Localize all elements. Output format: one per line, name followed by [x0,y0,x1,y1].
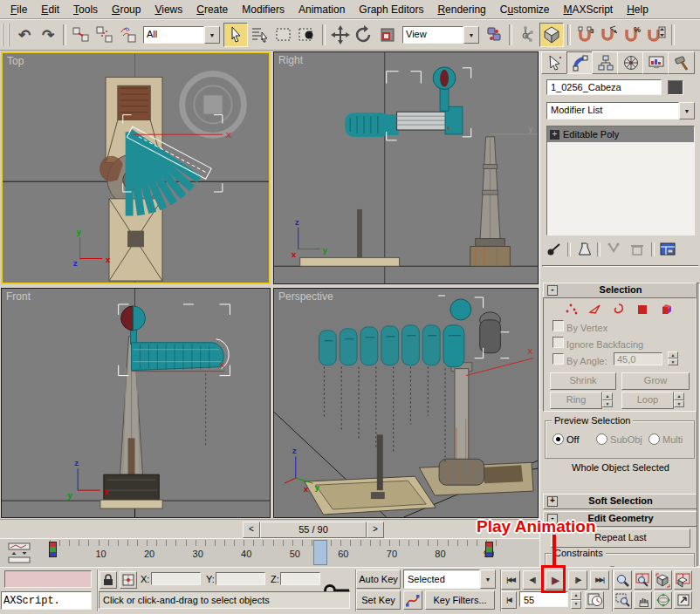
grow-button[interactable]: Grow [621,372,690,390]
go-to-start-button[interactable]: |◀◀ [501,570,520,590]
menu-animation[interactable]: Animation [292,2,352,17]
menu-file[interactable]: File [3,2,34,17]
menu-group[interactable]: Group [105,2,148,17]
zoom-button[interactable] [614,570,632,590]
select-and-link-button[interactable] [70,24,93,46]
loop-spinner[interactable]: ▲▼ [674,392,684,407]
pan-button[interactable] [634,591,652,609]
selection-filter-dropdown[interactable]: All ▼ [143,26,220,44]
menu-edit[interactable]: Edit [34,2,66,17]
absolute-mode-toggle[interactable] [120,571,137,589]
animation-key-marker[interactable] [485,542,493,557]
viewport-top[interactable]: Top [1,51,271,284]
selection-rollout-header[interactable]: - Selection [543,283,698,298]
border-mode-icon[interactable] [612,303,626,315]
redo-button[interactable]: ↷ [37,24,59,46]
viewport-perspective-label[interactable]: Perspective [278,290,333,303]
by-vertex-checkbox[interactable] [552,320,564,331]
preview-off-radio[interactable]: Off [552,433,580,445]
ring-button[interactable]: Ring [550,392,602,409]
tab-hierarchy[interactable] [592,51,619,74]
select-by-name-button[interactable] [249,24,271,46]
key-filters-button[interactable]: Key Filters... [425,590,495,610]
menu-help[interactable]: Help [620,2,655,17]
z-coordinate-field[interactable] [280,572,320,585]
tab-display[interactable] [642,51,669,74]
select-and-move-button[interactable] [329,24,352,46]
undo-button[interactable]: ↶ [13,24,36,46]
shrink-button[interactable]: Shrink [550,372,616,390]
spinner-down-icon[interactable]: ▼ [602,400,613,408]
selection-lock-toggle[interactable] [100,571,117,589]
zoom-extents-all-button[interactable] [674,570,692,590]
time-slider-next-button[interactable]: > [367,522,384,538]
x-coordinate-field[interactable] [151,572,201,585]
zoom-all-button[interactable] [634,570,652,590]
by-angle-spinner[interactable]: ▲▼ [668,351,678,365]
bind-to-space-warp-button[interactable] [117,24,140,46]
polygon-mode-icon[interactable] [635,303,649,315]
track-bar[interactable]: 0102030405060708090 [0,538,539,569]
modifier-list-dropdown[interactable]: Modifier List ▼ [546,102,695,119]
frame-spinner[interactable]: ▲▼ [571,591,581,609]
loop-button[interactable]: Loop [621,392,674,409]
preview-multi-radio[interactable]: Multi [649,433,683,445]
reference-coordinate-system-dropdown[interactable]: View ▼ [402,26,479,44]
viewport-front[interactable]: Front [1,288,271,518]
remove-modifier-icon[interactable] [626,241,649,258]
menu-create[interactable]: Create [189,2,235,17]
set-key-button[interactable]: Set Key [356,590,401,610]
time-slider-handle[interactable]: 55 / 90 [260,522,367,538]
menu-modifiers[interactable]: Modifiers [235,2,292,17]
animation-key-marker[interactable] [49,542,57,557]
go-to-end-button[interactable]: ▶▶| [590,570,609,590]
tab-modify[interactable] [566,51,594,74]
unlink-selection-button[interactable] [93,24,116,46]
key-mode-toggle[interactable]: |◀ [501,591,517,609]
spinner-down-icon[interactable]: ▼ [674,400,684,408]
stack-item-editable-poly[interactable]: + Editable Poly [547,126,694,142]
snaps-toggle-button[interactable]: 3 [574,24,597,46]
expand-icon[interactable]: + [547,496,558,507]
tab-create[interactable] [541,51,568,74]
by-angle-value-field[interactable]: 45,0 [614,352,662,365]
ignore-backfacing-row[interactable]: Ignore Backfacing [552,337,643,350]
selection-set-dropdown[interactable]: Selected ▼ [403,570,496,589]
time-slider-prev-button[interactable]: < [243,522,260,538]
select-object-button[interactable] [223,23,248,47]
preview-subobj-radio[interactable]: SubObj [596,433,642,445]
default-tangent-button[interactable] [403,590,422,610]
spinner-down-icon[interactable]: ▼ [668,358,678,365]
dropdown-arrow-icon[interactable]: ▼ [463,26,479,44]
pin-stack-icon[interactable] [544,241,565,258]
dropdown-arrow-icon[interactable]: ▼ [204,26,220,44]
menu-views[interactable]: Views [148,2,189,17]
rectangular-selection-region-button[interactable] [272,24,295,46]
spinner-up-icon[interactable]: ▲ [668,351,678,358]
configure-modifier-sets-icon[interactable] [657,241,680,258]
toolbar-drag-handle[interactable] [2,24,10,46]
menu-graph-editors[interactable]: Graph Editors [352,2,430,17]
by-angle-checkbox[interactable] [552,353,564,365]
spinner-snap-toggle-button[interactable] [645,24,668,46]
time-configuration-button[interactable] [585,591,604,609]
zoom-region-button[interactable] [614,591,632,609]
ring-spinner[interactable]: ▲▼ [602,392,613,407]
angle-snap-toggle-button[interactable] [598,24,621,46]
menu-rendering[interactable]: Rendering [430,2,492,17]
collapse-icon[interactable]: - [547,285,558,296]
spinner-up-icon[interactable]: ▲ [674,392,684,400]
viewport-top-label[interactable]: Top [7,55,24,67]
select-and-manipulate-button[interactable] [516,24,539,46]
spinner-up-icon[interactable]: ▲ [571,591,581,600]
maximize-viewport-toggle[interactable] [674,591,692,609]
viewport-right-label[interactable]: Right [278,54,303,66]
zoom-extents-button[interactable] [654,570,672,590]
tab-motion[interactable] [617,51,644,74]
menu-maxscript[interactable]: MAXScript [557,2,621,17]
current-frame-field[interactable]: 55 [519,591,568,607]
viewport-front-label[interactable]: Front [6,290,31,303]
keyboard-shortcut-override-toggle[interactable] [539,23,564,47]
make-unique-icon[interactable] [603,241,626,258]
dropdown-arrow-icon[interactable]: ▼ [480,570,496,589]
